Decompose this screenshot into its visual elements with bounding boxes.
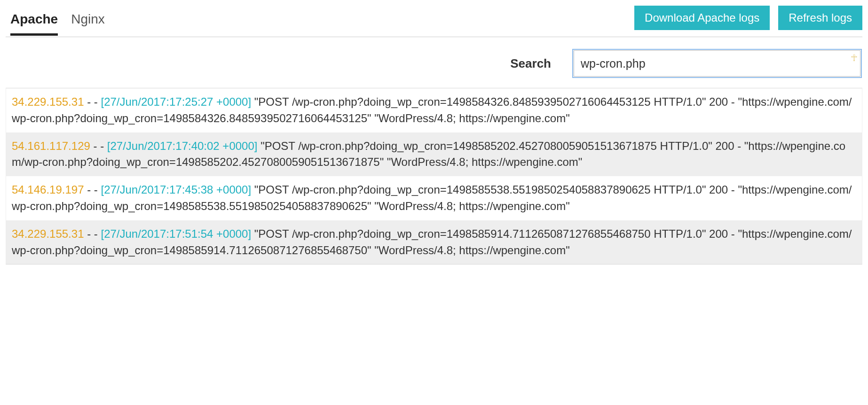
log-ip: 34.229.155.31: [12, 227, 84, 240]
log-row: 34.229.155.31 - - [27/Jun/2017:17:51:54 …: [6, 220, 862, 265]
log-timestamp: [27/Jun/2017:17:40:02 +0000]: [107, 140, 258, 152]
search-input-wrap: ☥: [574, 50, 860, 77]
log-ip: 54.161.117.129: [12, 140, 90, 152]
log-sep: - -: [87, 95, 101, 108]
key-icon: ☥: [851, 52, 858, 63]
tabs: Apache Nginx: [6, 7, 105, 35]
log-row: 54.146.19.197 - - [27/Jun/2017:17:45:38 …: [6, 176, 862, 220]
actions: Download Apache logs Refresh logs: [634, 6, 862, 37]
log-sep: - -: [87, 183, 101, 196]
log-row: 54.161.117.129 - - [27/Jun/2017:17:40:02…: [6, 132, 862, 177]
refresh-logs-button[interactable]: Refresh logs: [778, 6, 862, 30]
log-row: 34.229.155.31 - - [27/Jun/2017:17:25:27 …: [6, 88, 862, 132]
log-sep: - -: [94, 140, 107, 152]
tab-apache[interactable]: Apache: [10, 7, 58, 35]
search-input[interactable]: [574, 50, 860, 77]
topbar: Apache Nginx Download Apache logs Refres…: [6, 6, 862, 37]
log-ip: 34.229.155.31: [12, 95, 84, 108]
log-timestamp: [27/Jun/2017:17:25:27 +0000]: [101, 95, 251, 108]
log-timestamp: [27/Jun/2017:17:45:38 +0000]: [101, 183, 251, 196]
log-ip: 54.146.19.197: [12, 183, 84, 196]
download-logs-button[interactable]: Download Apache logs: [634, 6, 770, 30]
log-sep: - -: [87, 227, 101, 240]
log-timestamp: [27/Jun/2017:17:51:54 +0000]: [101, 227, 251, 240]
search-label: Search: [510, 56, 551, 71]
tab-nginx[interactable]: Nginx: [71, 7, 105, 35]
search-row: Search ☥: [6, 37, 862, 88]
log-list: 34.229.155.31 - - [27/Jun/2017:17:25:27 …: [6, 88, 862, 265]
